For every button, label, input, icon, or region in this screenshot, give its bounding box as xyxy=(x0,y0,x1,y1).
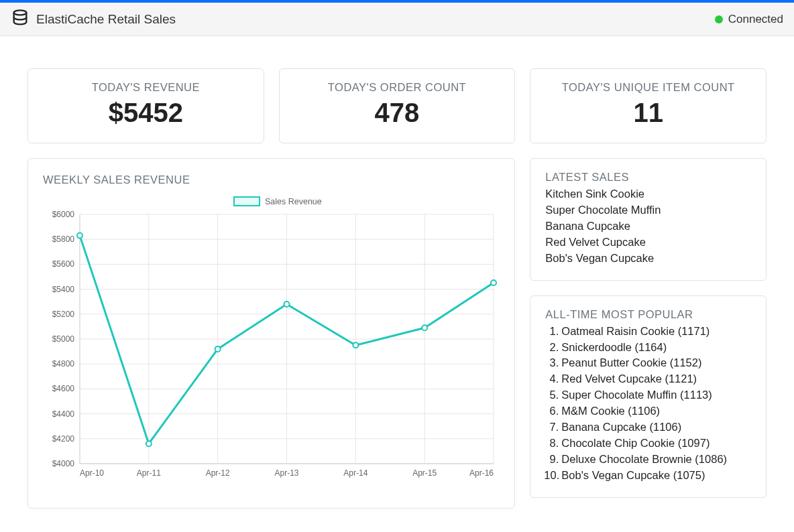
svg-point-0 xyxy=(14,10,27,15)
list-item: Bob's Vegan Cupcake xyxy=(545,251,751,267)
list-item: 10. Bob's Vegan Cupcake (1075) xyxy=(544,468,751,484)
stat-card-revenue: TODAY'S REVENUE $5452 xyxy=(27,68,264,143)
popular-card: ALL-TIME MOST POPULAR 1. Oatmeal Raisin … xyxy=(530,295,767,498)
stat-label: TODAY'S REVENUE xyxy=(42,81,250,94)
svg-text:Apr-11: Apr-11 xyxy=(137,468,161,478)
svg-text:$4600: $4600 xyxy=(52,384,75,393)
svg-text:$5200: $5200 xyxy=(52,310,75,319)
status-dot-icon xyxy=(715,15,723,23)
main-grid: TODAY'S REVENUE $5452 TODAY'S ORDER COUN… xyxy=(0,36,794,522)
side-column: LATEST SALES Kitchen Sink CookieSuper Ch… xyxy=(530,158,767,509)
list-item: Banana Cupcake xyxy=(545,218,751,235)
svg-text:Apr-14: Apr-14 xyxy=(343,468,367,478)
list-item: 8. Chocolate Chip Cookie (1097) xyxy=(544,436,751,452)
header: ElastiCache Retail Sales Connected xyxy=(0,3,794,36)
latest-sales-card: LATEST SALES Kitchen Sink CookieSuper Ch… xyxy=(530,158,767,281)
svg-text:$4000: $4000 xyxy=(52,459,75,468)
svg-point-41 xyxy=(77,233,82,239)
svg-point-42 xyxy=(146,441,152,446)
popular-title: ALL-TIME MOST POPULAR xyxy=(545,308,751,321)
svg-text:$4400: $4400 xyxy=(52,409,75,419)
svg-point-46 xyxy=(422,325,427,330)
svg-point-47 xyxy=(491,280,496,285)
svg-text:Sales Revenue: Sales Revenue xyxy=(265,197,322,206)
svg-text:$4800: $4800 xyxy=(52,359,75,369)
brand: ElastiCache Retail Sales xyxy=(11,9,176,30)
connection-status: Connected xyxy=(715,13,783,26)
list-item: 3. Peanut Butter Cookie (1152) xyxy=(544,355,751,371)
stat-card-orders: TODAY'S ORDER COUNT 478 xyxy=(279,68,516,143)
svg-point-44 xyxy=(284,302,290,307)
latest-sales-list: Kitchen Sink CookieSuper Chocolate Muffi… xyxy=(545,186,751,267)
stat-label: TODAY'S ORDER COUNT xyxy=(293,81,502,94)
list-item: 4. Red Velvet Cupcake (1121) xyxy=(544,371,751,387)
list-item: Kitchen Sink Cookie xyxy=(545,186,751,202)
svg-point-43 xyxy=(215,346,221,352)
svg-text:Apr-10: Apr-10 xyxy=(80,468,104,478)
app-title: ElastiCache Retail Sales xyxy=(36,12,176,27)
list-item: 9. Deluxe Chocolate Brownie (1086) xyxy=(544,452,751,468)
chart-card: WEEKLY SALES REVENUE Sales Revenue$6000$… xyxy=(27,158,515,509)
database-icon xyxy=(11,9,30,30)
list-item: 6. M&M Cookie (1106) xyxy=(544,403,751,419)
svg-text:$6000: $6000 xyxy=(52,210,75,219)
list-item: 1. Oatmeal Raisin Cookie (1171) xyxy=(544,324,751,340)
svg-text:$5400: $5400 xyxy=(52,285,75,294)
list-item: Red Velvet Cupcake xyxy=(545,235,751,251)
list-item: 7. Banana Cupcake (1106) xyxy=(544,419,751,436)
stat-card-items: TODAY'S UNIQUE ITEM COUNT 11 xyxy=(530,68,767,143)
latest-sales-title: LATEST SALES xyxy=(545,171,751,184)
stat-value: $5452 xyxy=(42,98,250,128)
stat-value: 478 xyxy=(293,98,502,128)
svg-text:Apr-13: Apr-13 xyxy=(274,468,298,478)
svg-point-45 xyxy=(353,342,358,348)
svg-text:$5000: $5000 xyxy=(52,334,75,344)
stat-value: 11 xyxy=(544,98,752,128)
svg-text:Apr-16: Apr-16 xyxy=(469,468,494,478)
svg-rect-1 xyxy=(234,197,260,206)
list-item: Super Chocolate Muffin xyxy=(545,202,751,218)
svg-text:$5800: $5800 xyxy=(52,235,75,244)
svg-text:$4200: $4200 xyxy=(52,434,75,444)
list-item: 5. Super Chocolate Muffin (1113) xyxy=(544,387,751,403)
stat-label: TODAY'S UNIQUE ITEM COUNT xyxy=(544,81,752,94)
popular-list: 1. Oatmeal Raisin Cookie (1171)2. Snicke… xyxy=(544,324,751,484)
list-item: 2. Snickerdoodle (1164) xyxy=(544,340,751,356)
chart-title: WEEKLY SALES REVENUE xyxy=(43,174,500,186)
status-text: Connected xyxy=(728,13,783,26)
svg-text:Apr-12: Apr-12 xyxy=(206,468,230,478)
svg-text:Apr-15: Apr-15 xyxy=(412,468,437,478)
line-chart: Sales Revenue$6000$5800$5600$5400$5200$5… xyxy=(43,188,506,489)
svg-text:$5600: $5600 xyxy=(52,259,75,269)
